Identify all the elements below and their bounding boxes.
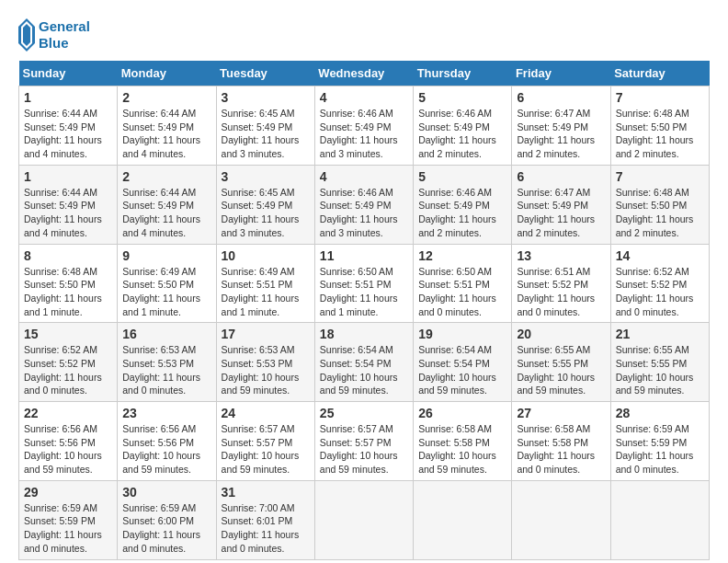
col-saturday: Saturday xyxy=(610,61,709,86)
day-number: 27 xyxy=(517,406,605,420)
calendar-day-cell: 3 Sunrise: 6:45 AM Sunset: 5:49 PM Dayli… xyxy=(216,86,314,166)
calendar-day-cell: 27 Sunrise: 6:58 AM Sunset: 5:58 PM Dayl… xyxy=(512,402,610,481)
day-info: Sunrise: 6:46 AM Sunset: 5:49 PM Dayligh… xyxy=(418,186,506,240)
day-number: 9 xyxy=(122,248,210,263)
day-number: 2 xyxy=(122,169,210,184)
calendar-week-row: 1 Sunrise: 6:44 AM Sunset: 5:49 PM Dayli… xyxy=(19,86,710,166)
day-number: 6 xyxy=(517,90,605,105)
calendar-day-cell: 7 Sunrise: 6:48 AM Sunset: 5:50 PM Dayli… xyxy=(610,165,709,244)
calendar-day-cell: 28 Sunrise: 6:59 AM Sunset: 5:59 PM Dayl… xyxy=(610,402,709,481)
day-info: Sunrise: 6:44 AM Sunset: 5:49 PM Dayligh… xyxy=(122,186,210,240)
day-number: 5 xyxy=(418,169,506,184)
day-number: 4 xyxy=(320,169,408,184)
calendar-day-cell: 15 Sunrise: 6:52 AM Sunset: 5:52 PM Dayl… xyxy=(19,323,118,402)
calendar-day-cell: 11 Sunrise: 6:50 AM Sunset: 5:51 PM Dayl… xyxy=(314,244,413,323)
day-number: 3 xyxy=(222,90,310,105)
calendar-day-cell: 5 Sunrise: 6:46 AM Sunset: 5:49 PM Dayli… xyxy=(414,86,512,166)
page-header: General Blue xyxy=(18,18,710,52)
day-info: Sunrise: 6:46 AM Sunset: 5:49 PM Dayligh… xyxy=(320,186,408,240)
day-number: 14 xyxy=(616,248,704,263)
logo-blue: Blue xyxy=(39,35,90,52)
calendar-day-cell: 20 Sunrise: 6:55 AM Sunset: 5:55 PM Dayl… xyxy=(512,323,610,402)
day-number: 31 xyxy=(222,485,310,500)
day-info: Sunrise: 6:57 AM Sunset: 5:57 PM Dayligh… xyxy=(320,422,408,477)
day-info: Sunrise: 6:55 AM Sunset: 5:55 PM Dayligh… xyxy=(616,343,704,397)
day-info: Sunrise: 6:57 AM Sunset: 5:57 PM Dayligh… xyxy=(222,422,310,477)
day-number: 1 xyxy=(24,169,112,184)
day-number: 3 xyxy=(222,169,310,184)
calendar-day-cell: 21 Sunrise: 6:55 AM Sunset: 5:55 PM Dayl… xyxy=(610,323,709,402)
day-number: 11 xyxy=(320,248,408,263)
day-number: 19 xyxy=(418,327,506,341)
day-number: 8 xyxy=(24,248,112,263)
calendar-day-cell: 6 Sunrise: 6:47 AM Sunset: 5:49 PM Dayli… xyxy=(512,165,610,244)
day-info: Sunrise: 6:44 AM Sunset: 5:49 PM Dayligh… xyxy=(122,107,210,161)
col-wednesday: Wednesday xyxy=(314,61,413,86)
calendar-day-cell: 19 Sunrise: 6:54 AM Sunset: 5:54 PM Dayl… xyxy=(414,323,512,402)
calendar-week-row: 1 Sunrise: 6:44 AM Sunset: 5:49 PM Dayli… xyxy=(19,165,710,244)
day-info: Sunrise: 6:58 AM Sunset: 5:58 PM Dayligh… xyxy=(418,422,506,477)
day-info: Sunrise: 6:59 AM Sunset: 5:59 PM Dayligh… xyxy=(24,501,112,556)
header-row: Sunday Monday Tuesday Wednesday Thursday… xyxy=(19,61,710,86)
day-info: Sunrise: 6:53 AM Sunset: 5:53 PM Dayligh… xyxy=(122,343,210,397)
calendar-week-row: 22 Sunrise: 6:56 AM Sunset: 5:56 PM Dayl… xyxy=(19,402,710,481)
calendar-day-cell: 9 Sunrise: 6:49 AM Sunset: 5:50 PM Dayli… xyxy=(118,244,216,323)
day-info: Sunrise: 7:00 AM Sunset: 6:01 PM Dayligh… xyxy=(222,501,310,556)
calendar-day-cell: 1 Sunrise: 6:44 AM Sunset: 5:49 PM Dayli… xyxy=(19,86,118,166)
day-info: Sunrise: 6:58 AM Sunset: 5:58 PM Dayligh… xyxy=(517,422,605,477)
day-info: Sunrise: 6:48 AM Sunset: 5:50 PM Dayligh… xyxy=(616,186,704,240)
day-number: 26 xyxy=(418,406,506,420)
calendar-day-cell: 18 Sunrise: 6:54 AM Sunset: 5:54 PM Dayl… xyxy=(314,323,413,402)
calendar-day-cell: 2 Sunrise: 6:44 AM Sunset: 5:49 PM Dayli… xyxy=(118,86,216,166)
day-info: Sunrise: 6:46 AM Sunset: 5:49 PM Dayligh… xyxy=(320,107,408,161)
logo-general: General xyxy=(39,18,90,35)
day-info: Sunrise: 6:59 AM Sunset: 6:00 PM Dayligh… xyxy=(122,501,210,556)
col-monday: Monday xyxy=(118,61,216,86)
day-number: 5 xyxy=(418,90,506,105)
calendar-day-cell xyxy=(314,480,413,559)
calendar-day-cell: 10 Sunrise: 6:49 AM Sunset: 5:51 PM Dayl… xyxy=(216,244,314,323)
calendar-day-cell: 17 Sunrise: 6:53 AM Sunset: 5:53 PM Dayl… xyxy=(216,323,314,402)
logo-icon xyxy=(18,18,35,52)
calendar-day-cell: 25 Sunrise: 6:57 AM Sunset: 5:57 PM Dayl… xyxy=(314,402,413,481)
day-number: 10 xyxy=(222,248,310,263)
calendar-day-cell: 6 Sunrise: 6:47 AM Sunset: 5:49 PM Dayli… xyxy=(512,86,610,166)
calendar-day-cell: 2 Sunrise: 6:44 AM Sunset: 5:49 PM Dayli… xyxy=(118,165,216,244)
day-number: 6 xyxy=(517,169,605,184)
day-number: 2 xyxy=(122,90,210,105)
day-number: 29 xyxy=(24,485,112,500)
day-info: Sunrise: 6:54 AM Sunset: 5:54 PM Dayligh… xyxy=(418,343,506,397)
day-number: 13 xyxy=(517,248,605,263)
day-number: 24 xyxy=(222,406,310,420)
day-number: 28 xyxy=(616,406,704,420)
calendar-day-cell xyxy=(610,480,709,559)
logo: General Blue xyxy=(18,18,90,52)
day-info: Sunrise: 6:49 AM Sunset: 5:51 PM Dayligh… xyxy=(222,265,310,319)
calendar-week-row: 15 Sunrise: 6:52 AM Sunset: 5:52 PM Dayl… xyxy=(19,323,710,402)
day-number: 1 xyxy=(24,90,112,105)
calendar-day-cell xyxy=(512,480,610,559)
col-thursday: Thursday xyxy=(414,61,512,86)
day-info: Sunrise: 6:50 AM Sunset: 5:51 PM Dayligh… xyxy=(320,265,408,319)
day-info: Sunrise: 6:54 AM Sunset: 5:54 PM Dayligh… xyxy=(320,343,408,397)
day-number: 23 xyxy=(122,406,210,420)
day-info: Sunrise: 6:48 AM Sunset: 5:50 PM Dayligh… xyxy=(24,265,112,319)
calendar-day-cell: 8 Sunrise: 6:48 AM Sunset: 5:50 PM Dayli… xyxy=(19,244,118,323)
calendar-day-cell: 22 Sunrise: 6:56 AM Sunset: 5:56 PM Dayl… xyxy=(19,402,118,481)
day-info: Sunrise: 6:53 AM Sunset: 5:53 PM Dayligh… xyxy=(222,343,310,397)
day-number: 18 xyxy=(320,327,408,341)
day-info: Sunrise: 6:52 AM Sunset: 5:52 PM Dayligh… xyxy=(24,343,112,397)
day-info: Sunrise: 6:59 AM Sunset: 5:59 PM Dayligh… xyxy=(616,422,704,477)
day-number: 7 xyxy=(616,169,704,184)
calendar-day-cell: 30 Sunrise: 6:59 AM Sunset: 6:00 PM Dayl… xyxy=(118,480,216,559)
calendar-day-cell: 12 Sunrise: 6:50 AM Sunset: 5:51 PM Dayl… xyxy=(414,244,512,323)
day-number: 30 xyxy=(122,485,210,500)
day-number: 21 xyxy=(616,327,704,341)
calendar-day-cell: 29 Sunrise: 6:59 AM Sunset: 5:59 PM Dayl… xyxy=(19,480,118,559)
calendar-day-cell xyxy=(414,480,512,559)
day-number: 16 xyxy=(122,327,210,341)
calendar-day-cell: 31 Sunrise: 7:00 AM Sunset: 6:01 PM Dayl… xyxy=(216,480,314,559)
day-info: Sunrise: 6:45 AM Sunset: 5:49 PM Dayligh… xyxy=(222,107,310,161)
day-info: Sunrise: 6:44 AM Sunset: 5:49 PM Dayligh… xyxy=(24,107,112,161)
day-number: 22 xyxy=(24,406,112,420)
